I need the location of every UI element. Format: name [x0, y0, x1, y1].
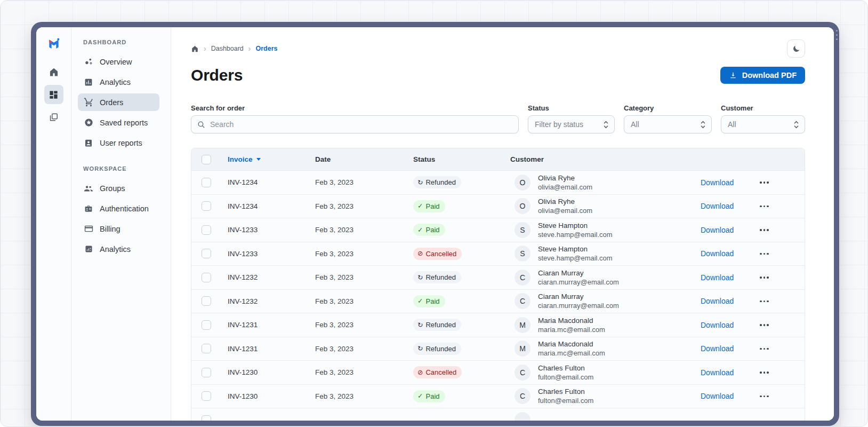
customer-name: Olivia Ryhe: [538, 173, 592, 183]
customer-email: steve.hamp@email.com: [538, 254, 613, 263]
row-menu-button[interactable]: [758, 345, 771, 353]
row-checkbox[interactable]: [202, 273, 211, 282]
sidebar-item-analytics[interactable]: Analytics: [78, 73, 159, 91]
home-icon: [49, 67, 59, 77]
customer-name: Olivia Ryhe: [538, 197, 592, 206]
invoice-cell: INV-1232: [221, 297, 311, 305]
date-cell: Feb 3, 2023: [311, 226, 409, 234]
download-link[interactable]: Download: [701, 249, 734, 258]
select-all-checkbox[interactable]: [202, 155, 211, 164]
bar-chart-icon: [83, 77, 94, 88]
icon-rail: [36, 27, 71, 421]
customer-email: fulton@email.com: [538, 396, 593, 405]
row-menu-button[interactable]: [758, 178, 771, 187]
row-checkbox[interactable]: [202, 178, 211, 187]
chevron-right-icon: ›: [204, 45, 206, 52]
table-row: INV-1234 Feb 3, 2023 ↻ Refunded O Olivia…: [191, 170, 805, 194]
credit-card-icon: [83, 224, 94, 234]
updown-chevron-icon: [603, 121, 609, 129]
invoice-cell: INV-1231: [221, 321, 311, 329]
sidebar-item-overview[interactable]: Overview: [78, 53, 159, 70]
date-cell: Feb 3, 2023: [311, 392, 409, 400]
dark-mode-toggle[interactable]: [787, 39, 805, 58]
breadcrumb-dashboard[interactable]: Dashboard: [211, 45, 244, 52]
row-checkbox[interactable]: [202, 249, 211, 258]
status-label: Paid: [425, 392, 439, 400]
customer-name: Maria Macdonald: [538, 339, 605, 349]
search-field: [191, 115, 519, 133]
download-pdf-button[interactable]: Download PDF: [720, 67, 805, 84]
status-select[interactable]: Filter by status: [528, 115, 615, 133]
avatar: [515, 412, 531, 421]
download-link[interactable]: Download: [701, 344, 734, 353]
status-filter-label: Status: [528, 104, 615, 112]
category-select[interactable]: All: [624, 115, 712, 133]
sidebar-item-groups[interactable]: Groups: [78, 179, 159, 197]
column-header-customer: Customer: [507, 155, 701, 163]
sidebar-item-label: Overview: [100, 58, 132, 66]
orders-table: Invoice Date Status Customer INV-1234 Fe…: [191, 148, 805, 421]
row-menu-button[interactable]: [758, 226, 771, 234]
table-header: Invoice Date Status Customer: [191, 148, 805, 170]
download-link[interactable]: Download: [701, 273, 734, 282]
row-checkbox[interactable]: [202, 391, 211, 401]
row-menu-button[interactable]: [758, 321, 771, 329]
sidebar-item-label: Billing: [100, 225, 120, 233]
row-checkbox[interactable]: [202, 296, 211, 306]
row-checkbox[interactable]: [202, 344, 211, 353]
download-link[interactable]: Download: [701, 202, 734, 210]
status-label: Refunded: [425, 345, 455, 353]
status-icon: ↻: [417, 179, 423, 186]
row-checkbox[interactable]: [202, 368, 211, 377]
sidebar-item-authentication[interactable]: Authentication: [78, 200, 159, 217]
sidebar-item-analytics-2[interactable]: Analytics: [78, 240, 159, 258]
sidebar-item-orders[interactable]: Orders: [78, 93, 159, 111]
rail-dashboard-button[interactable]: [44, 85, 63, 104]
sidebar-item-label: Groups: [100, 184, 125, 193]
badge-icon: [83, 203, 94, 214]
table-row: INV-1232 Feb 3, 2023 ✓ Paid C Ciaran Mur…: [191, 289, 805, 313]
row-menu-button[interactable]: [758, 250, 771, 258]
row-checkbox[interactable]: [202, 225, 211, 235]
download-link[interactable]: Download: [701, 178, 734, 187]
breadcrumb: › Dashboard › Orders: [191, 45, 278, 53]
sidebar-item-user-reports[interactable]: User reports: [78, 134, 159, 152]
download-link[interactable]: Download: [701, 392, 734, 400]
breadcrumb-home-icon[interactable]: [191, 45, 199, 53]
avatar: M: [515, 317, 531, 333]
row-menu-button[interactable]: [758, 297, 771, 306]
row-menu-button[interactable]: [758, 368, 771, 377]
status-label: Cancelled: [425, 368, 456, 376]
row-checkbox[interactable]: [202, 415, 211, 421]
row-menu-button[interactable]: [758, 273, 771, 282]
rail-home-button[interactable]: [44, 62, 63, 82]
row-menu-button[interactable]: [758, 392, 771, 401]
search-input[interactable]: [210, 120, 513, 129]
person-card-icon: [83, 138, 94, 148]
column-header-status: Status: [409, 155, 507, 163]
row-menu-button[interactable]: [758, 202, 771, 211]
caret-down-icon: [256, 158, 261, 161]
row-checkbox[interactable]: [202, 201, 211, 211]
column-header-invoice[interactable]: Invoice: [228, 155, 261, 163]
status-icon: ⊘: [417, 250, 423, 257]
download-link[interactable]: Download: [701, 321, 734, 329]
table-row: INV-1234 Feb 3, 2023 ✓ Paid O Olivia Ryh…: [191, 194, 805, 218]
app-window: DASHBOARD Overview Analytics: [31, 22, 839, 426]
download-link[interactable]: Download: [701, 297, 734, 305]
customer-select[interactable]: All: [721, 115, 805, 133]
customer-email: ciaran.murray@email.com: [538, 301, 619, 310]
sidebar-item-saved-reports[interactable]: Saved reports: [78, 114, 159, 131]
download-link[interactable]: Download: [701, 368, 734, 377]
download-link[interactable]: Download: [701, 226, 734, 234]
invoice-cell: INV-1231: [221, 345, 311, 353]
status-icon: ✓: [417, 203, 423, 210]
download-icon: [729, 71, 737, 80]
breadcrumb-orders[interactable]: Orders: [256, 45, 278, 52]
row-checkbox[interactable]: [202, 320, 211, 330]
sidebar-item-billing[interactable]: Billing: [78, 220, 159, 238]
customer-name: Steve Hampton: [538, 244, 613, 254]
avatar: C: [515, 270, 531, 286]
chevron-right-icon: ›: [248, 45, 251, 52]
rail-layers-button[interactable]: [44, 107, 63, 126]
